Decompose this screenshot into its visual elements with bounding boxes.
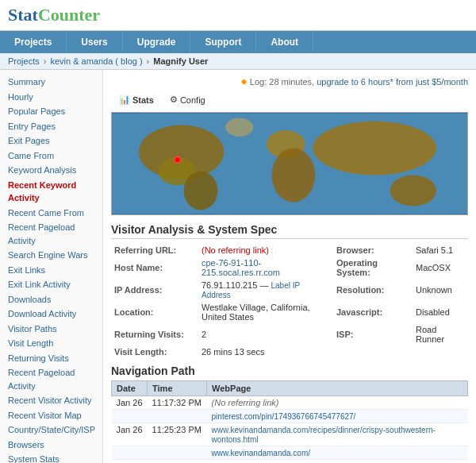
row-page: www.kevinandamanda.com/	[207, 446, 468, 460]
breadcrumb-projects[interactable]: Projects	[8, 56, 40, 66]
main-layout: Summary Hourly Popular Pages Entry Pages…	[0, 70, 476, 463]
browser-value: Safari 5.1	[413, 244, 468, 257]
sidebar-popular-pages[interactable]: Popular Pages	[6, 104, 96, 119]
referring-url-value: (No referring link)	[198, 244, 333, 257]
resolution-label: Resolution:	[333, 279, 413, 301]
row-date	[112, 446, 148, 460]
sidebar-entry-pages[interactable]: Entry Pages	[6, 119, 96, 134]
row-date: Jan 26	[112, 460, 148, 464]
table-row: Jan 2611:26:08 PMwww.kevinandamanda.com/…	[112, 460, 468, 464]
row-page: (No referring link)	[207, 396, 468, 410]
sidebar-returning-visits[interactable]: Returning Visits	[6, 351, 96, 366]
col-webpage: WebPage	[207, 381, 468, 396]
os-label: Operating System:	[333, 257, 413, 279]
breadcrumb-blog[interactable]: kevin & amanda ( blog )	[50, 56, 142, 66]
svg-point-10	[175, 157, 180, 162]
row-page: pinterest.com/pin/174936766745477627/	[207, 410, 468, 423]
returning-visits-row: Returning Visits: 2 ISP: Road Runner	[111, 323, 468, 345]
log-upgrade-link[interactable]: upgrade to 6 hours* from just $5/month	[317, 77, 468, 87]
sidebar-exit-pages[interactable]: Exit Pages	[6, 133, 96, 149]
javascript-label: Javascript:	[333, 301, 413, 323]
sidebar-system-stats[interactable]: System Stats	[6, 452, 96, 463]
visit-length-label: Visit Length:	[111, 345, 198, 358]
sidebar-search-engine-wars[interactable]: Search Engine Wars	[6, 248, 96, 263]
row-date: Jan 26	[112, 423, 148, 446]
sidebar-recent-visitor-activity[interactable]: Recent Visitor Activity	[6, 393, 96, 408]
sidebar-recent-visitor-map[interactable]: Recent Visitor Map	[6, 408, 96, 423]
returning-visits-label: Returning Visits:	[111, 323, 198, 345]
table-row: Jan 2611:17:32 PM(No referring link)	[112, 396, 468, 410]
col-date: Date	[112, 381, 148, 396]
host-name-value: cpe-76-91-110-215.socal.res.rr.com	[198, 257, 333, 279]
visitor-analysis-title: Visitor Analysis & System Spec	[111, 223, 468, 239]
ip-address-label: IP Address:	[111, 279, 198, 301]
table-row: www.kevinandamanda.com/	[112, 446, 468, 460]
sidebar-recent-keyword[interactable]: Recent Keyword Activity	[6, 178, 96, 206]
sidebar-visit-length[interactable]: Visit Length	[6, 336, 96, 351]
nav-path-table: Date Time WebPage Jan 2611:17:32 PM(No r…	[111, 380, 468, 463]
sidebar-keyword-analysis[interactable]: Keyword Analysis	[6, 163, 96, 178]
sidebar-exit-link-activity[interactable]: Exit Link Activity	[6, 277, 96, 292]
sidebar-recent-pageload[interactable]: Recent Pageload Activity	[6, 220, 96, 248]
returning-visits-value: 2	[198, 323, 333, 345]
table-row: pinterest.com/pin/174936766745477627/	[112, 410, 468, 423]
sidebar-browsers[interactable]: Browsers	[6, 438, 96, 453]
tab-stats[interactable]: 📊 Stats	[111, 92, 162, 107]
visit-length-value: 26 mins 13 secs	[198, 345, 333, 358]
sidebar-recent-pageload2[interactable]: Recent Pageload Activity	[6, 365, 96, 393]
breadcrumb: Projects › kevin & amanda ( blog ) › Mag…	[0, 53, 476, 70]
main-nav: Projects Users Upgrade Support About	[0, 31, 476, 53]
log-dot: ●	[240, 75, 247, 87]
sidebar-download-activity[interactable]: Download Activity	[6, 307, 96, 322]
row-time: 11:17:32 PM	[148, 396, 207, 410]
sidebar-visitor-paths[interactable]: Visitor Paths	[6, 322, 96, 337]
isp-label: ISP:	[333, 323, 413, 345]
visit-length-row: Visit Length: 26 mins 13 secs	[111, 345, 468, 358]
location-label: Location:	[111, 301, 198, 323]
row-date	[112, 410, 148, 423]
row-time: 11:26:08 PM	[148, 460, 207, 464]
table-row: Jan 2611:25:23 PMwww.kevinandamanda.com/…	[112, 423, 468, 446]
row-time: 11:25:23 PM	[148, 423, 207, 446]
row-page: www.kevinandamanda.com/whatsnew/house-an…	[207, 460, 468, 464]
page-link[interactable]: pinterest.com/pin/174936766745477627/	[212, 412, 356, 421]
sidebar-hourly[interactable]: Hourly	[6, 90, 96, 105]
tab-config[interactable]: ⚙ Config	[162, 92, 213, 107]
host-name-label: Host Name:	[111, 257, 198, 279]
ip-address-row: IP Address: 76.91.110.215 — Label IP Add…	[111, 279, 468, 301]
nav-path-title: Navigation Path	[111, 365, 468, 377]
gear-icon: ⚙	[170, 95, 178, 105]
breadcrumb-current: Magnify User	[153, 56, 208, 66]
nav-projects[interactable]: Projects	[0, 31, 67, 53]
logo: StatCounter	[8, 5, 100, 25]
no-ref-text: (No referring link)	[212, 398, 279, 407]
page-link[interactable]: www.kevinandamanda.com/recipes/dinner/cr…	[212, 426, 436, 444]
sidebar-summary[interactable]: Summary	[6, 75, 96, 90]
sidebar-country-state[interactable]: Country/State/City/ISP	[6, 422, 96, 438]
svg-point-5	[272, 149, 316, 203]
chart-icon: 📊	[119, 95, 130, 105]
tabs: 📊 Stats ⚙ Config	[111, 92, 468, 107]
sidebar-came-from[interactable]: Came From	[6, 149, 96, 164]
sidebar-recent-came-from[interactable]: Recent Came From	[6, 206, 96, 221]
svg-point-7	[390, 176, 436, 206]
ip-address-value: 76.91.110.215 — Label IP Address	[198, 279, 333, 301]
sidebar-exit-links[interactable]: Exit Links	[6, 263, 96, 278]
location-value: Westlake Village, California, United Sta…	[198, 301, 333, 323]
nav-about[interactable]: About	[256, 31, 313, 53]
referring-url-label: Referring URL:	[111, 244, 198, 257]
row-date: Jan 26	[112, 396, 148, 410]
page-link[interactable]: www.kevinandamanda.com/	[212, 449, 311, 457]
nav-table-header: Date Time WebPage	[112, 381, 468, 396]
nav-support[interactable]: Support	[190, 31, 256, 53]
isp-value: Road Runner	[413, 323, 468, 345]
sidebar-downloads[interactable]: Downloads	[6, 292, 96, 307]
host-name-row: Host Name: cpe-76-91-110-215.socal.res.r…	[111, 257, 468, 279]
row-time	[148, 410, 207, 423]
javascript-value: Disabled	[413, 301, 468, 323]
svg-point-3	[184, 172, 218, 210]
nav-users[interactable]: Users	[67, 31, 122, 53]
referring-url-row: Referring URL: (No referring link) Brows…	[111, 244, 468, 257]
svg-point-6	[313, 121, 436, 175]
nav-upgrade[interactable]: Upgrade	[123, 31, 191, 53]
